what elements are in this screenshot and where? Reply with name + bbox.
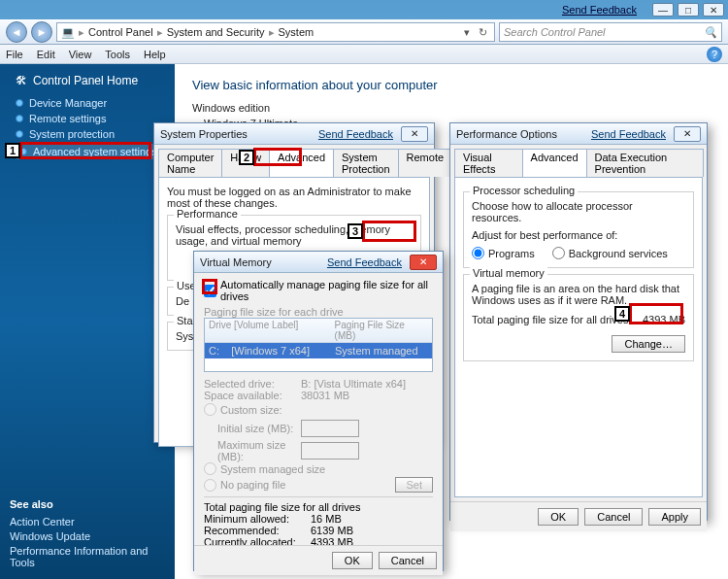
send-feedback-link[interactable]: Send Feedback <box>562 4 637 16</box>
perfopt-body: Processor scheduling Choose how to alloc… <box>454 177 703 497</box>
computer-icon: 💻 <box>61 26 75 39</box>
perfopt-close-icon[interactable]: ✕ <box>674 126 701 142</box>
page-heading: View basic information about your comput… <box>192 78 711 92</box>
ps-desc: Choose how to allocate processor resourc… <box>472 200 685 223</box>
tab-perfopt-advanced[interactable]: Advanced <box>522 149 587 177</box>
menu-file[interactable]: File <box>6 49 23 60</box>
radio-programs[interactable]: Programs <box>472 247 535 259</box>
vm-cancel-button[interactable]: Cancel <box>379 552 437 569</box>
tab-hardware[interactable]: Hardw <box>221 149 270 177</box>
min-label: Minimum allowed: <box>204 513 311 525</box>
vm-titlebar[interactable]: Virtual Memory Send Feedback ✕ <box>194 252 443 273</box>
menu-bar: File Edit View Tools Help ? <box>0 45 728 64</box>
tab-visual-effects[interactable]: Visual Effects <box>454 149 523 177</box>
radio-background-services[interactable]: Background services <box>552 247 668 259</box>
control-panel-home[interactable]: 🛠 Control Panel Home <box>16 74 165 87</box>
close-button[interactable]: ✕ <box>703 3 724 17</box>
back-button[interactable]: ◄ <box>6 21 27 43</box>
vm-close-icon[interactable]: ✕ <box>410 255 437 270</box>
see-also-title: See also <box>10 498 165 510</box>
sel-drive-label: Selected drive: <box>204 378 301 390</box>
tab-computer-name[interactable]: Computer Name <box>158 149 222 177</box>
home-icon: 🛠 <box>16 74 27 87</box>
tab-advanced[interactable]: Advanced <box>269 149 334 177</box>
tab-remote[interactable]: Remote <box>398 149 453 177</box>
vm-send-feedback[interactable]: Send Feedback <box>327 256 402 268</box>
drive-list[interactable]: Drive [Volume Label] Paging File Size (M… <box>204 318 433 372</box>
bullet-icon <box>16 99 23 107</box>
sysprops-title: System Properties <box>160 128 248 140</box>
performance-group-title: Performance <box>174 208 241 220</box>
vm-ok-button[interactable]: OK <box>332 552 373 569</box>
search-placeholder: Search Control Panel <box>504 26 606 38</box>
bullet-icon <box>16 130 23 138</box>
titlebar: Send Feedback — □ ✕ <box>0 0 728 19</box>
vm-body: Automatically manage paging file size fo… <box>194 273 443 545</box>
search-input[interactable]: Search Control Panel 🔍 <box>499 22 722 42</box>
refresh-icon[interactable]: ↻ <box>475 26 490 39</box>
nav-bar: ◄ ► 💻 ▸ Control Panel ▸ System and Secur… <box>0 19 728 45</box>
sidebar: 🛠 Control Panel Home Device Manager Remo… <box>0 64 175 579</box>
help-icon[interactable]: ? <box>707 47 722 62</box>
init-size-input[interactable] <box>301 420 359 437</box>
menu-tools[interactable]: Tools <box>105 49 130 60</box>
address-bar[interactable]: 💻 ▸ Control Panel ▸ System and Security … <box>56 22 495 42</box>
space-label: Space available: <box>204 390 301 401</box>
ps-title: Processor scheduling <box>470 185 578 196</box>
sysprops-send-feedback[interactable]: Send Feedback <box>318 128 393 140</box>
sidebar-item-device-manager[interactable]: Device Manager <box>16 97 165 109</box>
perfopt-titlebar[interactable]: Performance Options Send Feedback ✕ <box>450 123 707 145</box>
breadcrumb-syssec[interactable]: System and Security <box>167 26 265 38</box>
vm-change-button[interactable]: Change… <box>612 335 685 353</box>
cur-value: 4393 MB <box>311 536 353 545</box>
vm-desc: A paging file is an area on the hard dis… <box>472 283 685 306</box>
perfopt-send-feedback[interactable]: Send Feedback <box>591 128 666 140</box>
total-title: Total paging file size for all drives <box>204 501 433 513</box>
tab-system-protection[interactable]: System Protection <box>333 149 399 177</box>
set-button[interactable]: Set <box>395 477 433 493</box>
tab-dep[interactable]: Data Execution Prevention <box>586 149 704 177</box>
windows-edition-label: Windows edition <box>192 102 711 114</box>
perfopt-apply-button[interactable]: Apply <box>648 508 701 526</box>
breadcrumb-cp[interactable]: Control Panel <box>88 26 153 38</box>
col-drive: Drive [Volume Label] <box>209 320 335 341</box>
menu-edit[interactable]: Edit <box>37 49 55 60</box>
ps-adjust: Adjust for best performance of: <box>472 229 685 241</box>
sysprops-titlebar[interactable]: System Properties Send Feedback ✕ <box>154 123 434 145</box>
sidebar-item-system-protection[interactable]: System protection <box>16 128 165 140</box>
processor-scheduling-group: Processor scheduling Choose how to alloc… <box>463 191 694 268</box>
init-size-label: Initial size (MB): <box>204 423 301 434</box>
auto-manage-checkbox[interactable]: Automatically manage paging file size fo… <box>204 279 433 302</box>
minimize-button[interactable]: — <box>652 3 674 17</box>
see-also-action-center[interactable]: Action Center <box>10 516 165 528</box>
pfs-drive-label: Paging file size for each drive <box>204 306 433 318</box>
perfopt-ok-button[interactable]: OK <box>538 508 579 526</box>
cur-label: Currently allocated: <box>204 536 311 545</box>
radio-system-managed[interactable]: System managed size <box>204 462 325 475</box>
forward-button[interactable]: ► <box>31 21 52 43</box>
breadcrumb-sys[interactable]: System <box>279 26 314 38</box>
max-size-input[interactable] <box>301 442 359 460</box>
addr-dropdown-icon[interactable]: ▾ <box>459 26 475 39</box>
sysprops-tabs: Computer Name Hardw Advanced System Prot… <box>154 145 434 177</box>
space-value: 38031 MB <box>301 390 349 401</box>
maximize-button[interactable]: □ <box>678 3 699 17</box>
bullet-icon <box>16 115 23 122</box>
sysprops-close-icon[interactable]: ✕ <box>401 126 428 142</box>
see-also-performance-info[interactable]: Performance Information and Tools <box>10 545 165 568</box>
bullet-icon <box>19 148 27 155</box>
rec-label: Recommended: <box>204 525 311 536</box>
drive-row-c[interactable]: C: [Windows 7 x64] System managed <box>205 343 432 358</box>
see-also-windows-update[interactable]: Windows Update <box>10 530 165 542</box>
perfopt-buttons: OK Cancel Apply <box>450 501 707 531</box>
sidebar-item-advanced-system-settings[interactable]: Advanced system settings <box>16 144 165 159</box>
sidebar-item-remote-settings[interactable]: Remote settings <box>16 113 165 124</box>
see-also: See also Action Center Windows Update Pe… <box>10 498 165 571</box>
radio-no-paging-file[interactable]: No paging file <box>204 479 285 492</box>
vm-total-label: Total paging file size for all drives: <box>472 314 631 325</box>
menu-help[interactable]: Help <box>144 49 166 60</box>
perfopt-cancel-button[interactable]: Cancel <box>584 508 643 526</box>
menu-view[interactable]: View <box>69 49 92 60</box>
radio-custom-size[interactable]: Custom size: <box>204 403 282 416</box>
vm-group-title: Virtual memory <box>470 267 547 279</box>
